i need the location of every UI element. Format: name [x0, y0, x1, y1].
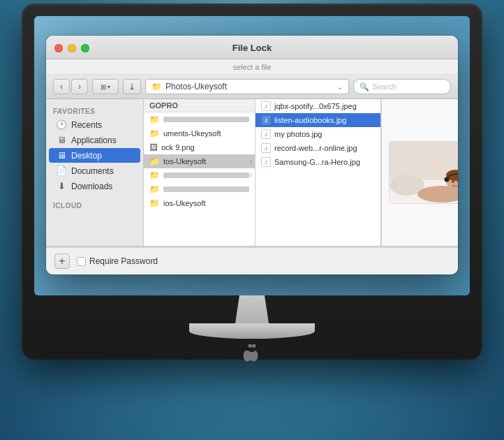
col2-item-1-name: listen-audiobooks.jpg [274, 116, 375, 124]
apple-logo [241, 342, 263, 369]
back-button[interactable]: ‹ [53, 79, 70, 94]
chevron-down-icon: ▾ [108, 84, 110, 90]
preview-image [389, 141, 459, 204]
col1-item-2-name: ock 9.png [161, 143, 249, 152]
jpg-icon-4: J [261, 143, 271, 153]
monitor: File Lock select a file ‹ › ⊞ ▾ ⤓ [22, 3, 482, 360]
dialog-title: File Lock [232, 43, 272, 53]
monitor-stand-neck [231, 295, 273, 323]
sidebar-applications-label: Applications [71, 135, 117, 145]
col2-item-2-name: my photos.jpg [274, 130, 375, 138]
window-controls [54, 44, 89, 52]
applications-icon: 🖥 [56, 135, 67, 145]
nav-buttons: ‹ › [53, 79, 88, 94]
blurred-name-2 [163, 173, 249, 178]
desktop-icon: 🖥 [56, 150, 67, 161]
file-col-2: J jqbx-spotify...0x675.jpeg J listen-aud… [255, 99, 381, 246]
col1-item-2[interactable]: 🖼 ock 9.png [144, 140, 255, 154]
jpg-icon-3: J [261, 129, 271, 139]
preview-pane [381, 99, 458, 246]
folder-icon: 📁 [149, 156, 160, 166]
sidebar-item-desktop[interactable]: 🖥 Desktop [49, 148, 140, 163]
monitor-stand-base [189, 323, 315, 339]
col1-item-1[interactable]: 📁 uments-Ukeysoft [144, 126, 255, 140]
sidebar-item-recents[interactable]: 🕐 Recents [49, 117, 140, 132]
svg-point-8 [452, 181, 454, 183]
col1-item-5[interactable]: 📁 [144, 182, 255, 196]
sidebar: Favorites 🕐 Recents 🖥 Applications 🖥 Des… [46, 99, 144, 246]
favorites-label: Favorites [46, 105, 143, 117]
col2-item-3-name: record-web...r-online.jpg [274, 144, 375, 152]
folder-icon: 📁 [149, 115, 160, 124]
jpg-icon-5: J [261, 157, 271, 167]
maximize-button[interactable] [81, 44, 89, 52]
bottom-panel: + Require Password [46, 247, 458, 274]
col2-item-4[interactable]: J Samsung-G...ra-Hero.jpg [255, 155, 380, 169]
sidebar-recents-label: Recents [71, 120, 102, 130]
documents-icon: 📄 [56, 166, 67, 176]
downloads-icon: ⬇ [56, 181, 67, 191]
forward-button[interactable]: › [71, 79, 88, 94]
file-col-1: GOPRO 📁 📁 uments-Ukeysoft � [144, 99, 255, 246]
folder-icon: 📁 [149, 184, 160, 194]
col1-item-3-name: tos-Ukeysoft [163, 157, 249, 166]
folder-icon: 📁 [149, 129, 160, 138]
location-text: Photos-Ukeysoft [165, 82, 227, 91]
action-button[interactable]: ⤓ [123, 79, 141, 94]
require-password-text: Require Password [89, 256, 158, 266]
search-placeholder: Search [372, 82, 396, 91]
col1-header: GOPRO [144, 99, 255, 112]
search-icon: 🔍 [360, 82, 369, 91]
require-password-label[interactable]: Require Password [77, 256, 158, 266]
col1-item-1-name: uments-Ukeysoft [163, 129, 249, 138]
sidebar-documents-label: Documents [71, 166, 114, 176]
folder-icon: 📁 [149, 170, 160, 180]
jpg-icon-2: J [261, 115, 271, 125]
location-chevron: ⌄ [337, 83, 343, 91]
chevron-right-icon-2: › [250, 172, 252, 179]
location-bar[interactable]: 📁 Photos-Ukeysoft ⌄ [145, 79, 349, 94]
file-columns: GOPRO 📁 📁 uments-Ukeysoft � [144, 99, 458, 246]
col2-item-4-name: Samsung-G...ra-Hero.jpg [274, 158, 375, 166]
blurred-name [163, 117, 249, 122]
folder-icon: 📁 [149, 198, 160, 208]
screen: File Lock select a file ‹ › ⊞ ▾ ⤓ [34, 16, 470, 295]
dialog-body: Favorites 🕐 Recents 🖥 Applications 🖥 Des… [46, 99, 458, 246]
file-dialog: File Lock select a file ‹ › ⊞ ▾ ⤓ [46, 36, 458, 274]
col1-item-6-name: ios-Ukeysoft [163, 199, 249, 207]
screen-bezel: File Lock select a file ‹ › ⊞ ▾ ⤓ [22, 3, 482, 360]
dialog-subtitle: select a file [46, 59, 458, 75]
sidebar-desktop-label: Desktop [71, 151, 102, 161]
col1-item-4[interactable]: 📁 › [144, 168, 255, 182]
folder-icon: 📁 [151, 82, 162, 91]
col1-item-3[interactable]: 📁 tos-Ukeysoft › [144, 154, 255, 168]
blurred-name-3 [163, 186, 249, 192]
add-button[interactable]: + [54, 254, 70, 269]
minimize-button[interactable] [68, 44, 76, 52]
col2-item-0[interactable]: J jqbx-spotify...0x675.jpeg [255, 99, 380, 113]
sidebar-item-applications[interactable]: 🖥 Applications [49, 133, 140, 147]
col2-item-3[interactable]: J record-web...r-online.jpg [255, 141, 380, 155]
search-bar[interactable]: 🔍 Search [353, 79, 451, 94]
view-button[interactable]: ⊞ ▾ [92, 79, 119, 94]
titlebar: File Lock [46, 36, 458, 59]
col1-item-6[interactable]: 📁 ios-Ukeysoft [144, 196, 255, 210]
col2-item-2[interactable]: J my photos.jpg [255, 127, 380, 141]
gopro-label: GOPRO [149, 101, 178, 110]
close-button[interactable] [54, 44, 63, 52]
icloud-label: iCloud [46, 199, 143, 211]
col2-item-0-name: jqbx-spotify...0x675.jpeg [274, 102, 375, 110]
col1-item-0[interactable]: 📁 [144, 112, 255, 126]
sidebar-item-downloads[interactable]: ⬇ Downloads [49, 179, 140, 193]
col2-item-1[interactable]: J listen-audiobooks.jpg [255, 113, 380, 127]
require-password-checkbox[interactable] [77, 257, 86, 266]
grid-icon: ⊞ [101, 83, 106, 91]
file-icon: 🖼 [149, 142, 158, 152]
preview-svg [390, 142, 459, 204]
chevron-right-icon: › [250, 158, 252, 165]
sidebar-downloads-label: Downloads [71, 182, 112, 191]
svg-point-6 [444, 177, 449, 182]
sidebar-item-documents[interactable]: 📄 Documents [49, 163, 140, 178]
toolbar: ‹ › ⊞ ▾ ⤓ 📁 Photos-Ukeysoft ⌄ 🔍 [46, 75, 458, 99]
clock-icon: 🕐 [56, 119, 67, 130]
